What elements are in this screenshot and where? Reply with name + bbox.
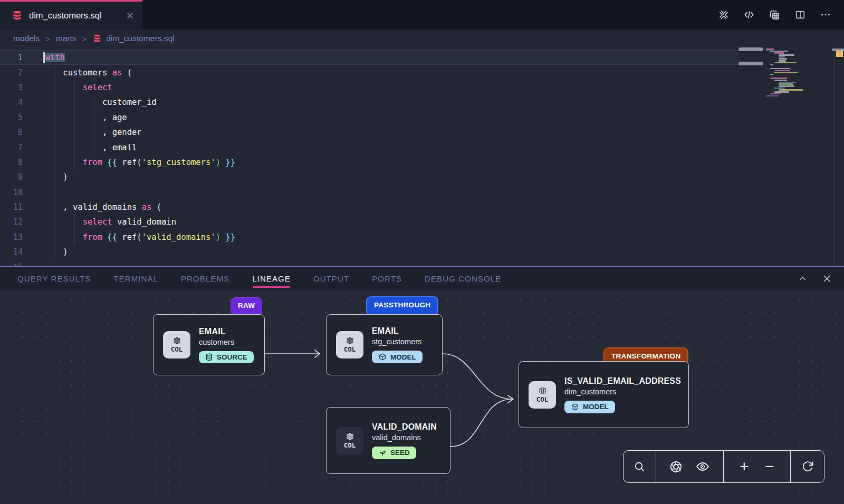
minimap-code — [766, 49, 817, 97]
lineage-node-dim-customers[interactable]: COL IS_VALID_EMAIL_ADDRESS dim_customers… — [519, 361, 689, 428]
line-number: 9 — [0, 172, 34, 182]
minimap-line — [774, 91, 789, 93]
node-type-badge: MODEL — [564, 401, 615, 413]
indent-guide — [94, 95, 94, 155]
breadcrumb-separator: > — [45, 34, 50, 43]
minimap-line — [774, 80, 787, 81]
copy-table-icon[interactable] — [769, 9, 781, 21]
tab-close-icon[interactable] — [126, 12, 134, 20]
column-lineage-icon: COL — [336, 331, 363, 358]
code-editor[interactable]: 1with2 customers as (3 select4 customer_… — [0, 47, 844, 266]
editor-actions — [718, 0, 844, 30]
code-line[interactable]: 5 , age — [0, 110, 738, 125]
code-text: select — [34, 83, 112, 92]
lineage-node-stg-customers[interactable]: COL EMAIL stg_customers MODEL — [326, 314, 443, 375]
minimap-line — [779, 89, 803, 91]
dbt-pinwheel-icon[interactable] — [718, 9, 730, 21]
code-text: ) — [34, 247, 68, 257]
code-line[interactable]: 7 , email — [0, 140, 738, 154]
breadcrumb-marts[interactable]: marts — [56, 34, 76, 43]
plus-icon[interactable]: + — [740, 459, 749, 474]
node-title: EMAIL — [372, 326, 423, 336]
line-number: 12 — [0, 217, 34, 227]
tag-raw: RAW — [231, 297, 262, 316]
split-editor-icon[interactable] — [794, 9, 806, 21]
aperture-icon[interactable] — [669, 460, 683, 473]
line-number: 7 — [0, 143, 34, 152]
minimap-line — [779, 54, 794, 56]
tab-problems[interactable]: PROBLEMS — [181, 267, 229, 290]
panel-actions — [798, 274, 844, 284]
code-line[interactable]: 1with — [0, 50, 738, 65]
seedling-icon — [378, 449, 387, 457]
code-line[interactable]: 13 from {{ ref('valid_domains') }} — [0, 230, 738, 245]
breadcrumb-file[interactable]: dim_customers.sql — [92, 34, 174, 43]
lineage-node-customers[interactable]: COL EMAIL customers SOURCE — [153, 314, 265, 375]
more-icon[interactable] — [820, 9, 831, 21]
refresh-icon[interactable] — [801, 460, 814, 473]
minimap-line — [774, 52, 784, 54]
node-subtitle: dim_customers — [564, 387, 681, 396]
lineage-node-valid-domains[interactable]: COL VALID_DOMAIN valid_domains SEED — [326, 407, 450, 474]
code-line[interactable]: 12 select valid_domain — [0, 215, 738, 229]
eye-icon[interactable] — [696, 460, 709, 473]
code-line[interactable]: 15 — [0, 259, 738, 266]
tab-lineage[interactable]: LINEAGE — [252, 267, 291, 290]
minimap-line — [774, 88, 785, 89]
close-icon[interactable] — [822, 274, 832, 284]
column-lineage-icon: COL — [336, 427, 363, 454]
tab-bar: dim_customers.sql — [0, 0, 844, 30]
code-line[interactable]: 9 ) — [0, 170, 738, 185]
minimap-decoration — [738, 47, 763, 51]
lineage-toolbar: + − — [623, 450, 824, 483]
minimap-line — [779, 60, 786, 62]
tab-output[interactable]: OUTPUT — [313, 267, 349, 290]
tab-label: dim_customers.sql — [29, 11, 102, 21]
ide-window: dim_customers.sql — [0, 0, 844, 504]
tab-ports[interactable]: PORTS — [372, 267, 402, 290]
code-line[interactable]: 3 select — [0, 80, 738, 95]
code-text: , age — [34, 113, 127, 122]
scrollbar[interactable] — [835, 47, 844, 266]
minimap-line — [774, 62, 797, 64]
line-number: 8 — [0, 158, 34, 167]
code-line[interactable]: 10 — [0, 185, 738, 200]
code-text: from {{ ref('valid_domains') }} — [34, 232, 235, 242]
code-line[interactable]: 6 , gender — [0, 125, 738, 140]
minimap-line — [770, 68, 790, 70]
minimap-line — [779, 56, 785, 58]
cube-icon — [378, 353, 387, 361]
code-text: customer_id — [34, 98, 157, 107]
breadcrumb-models[interactable]: models — [13, 34, 40, 43]
code-line[interactable]: 4 customer_id — [0, 95, 738, 110]
tab-debug-console[interactable]: DEBUG CONSOLE — [425, 267, 501, 290]
breadcrumb-file-label: dim_customers.sql — [106, 34, 174, 43]
line-number: 15 — [0, 263, 34, 266]
node-type-badge: MODEL — [372, 351, 423, 363]
tab-terminal[interactable]: TERMINAL — [113, 267, 158, 290]
minimap-line — [770, 64, 773, 66]
tab-query-results[interactable]: QUERY RESULTS — [17, 267, 91, 290]
code-text: , valid_domains as ( — [34, 202, 161, 212]
code-icon[interactable] — [743, 9, 755, 21]
code-line[interactable]: 2 customers as ( — [0, 65, 738, 80]
code-line[interactable]: 8 from {{ ref('stg_customers') }} — [0, 155, 738, 170]
line-number: 13 — [0, 232, 34, 242]
indent-guide — [74, 80, 75, 170]
minimap[interactable] — [738, 47, 835, 266]
minimap-line — [770, 93, 781, 95]
search-icon[interactable] — [633, 460, 646, 473]
minimap-decoration — [738, 62, 763, 65]
code-line[interactable]: 14 ) — [0, 245, 738, 259]
minus-icon[interactable]: − — [765, 459, 774, 474]
line-number: 14 — [0, 247, 34, 257]
breadcrumb: models > marts > dim_customers.sql — [0, 30, 844, 47]
indent-guide — [74, 215, 75, 245]
tab-dim-customers-sql[interactable]: dim_customers.sql — [0, 0, 142, 30]
code-text: customers as ( — [34, 68, 132, 77]
lineage-canvas[interactable]: RAW PASSTHROUGH TRANSFORMATION COL EMAIL… — [0, 290, 844, 504]
code-line[interactable]: 11 , valid_domains as ( — [0, 200, 738, 215]
line-number: 2 — [0, 68, 34, 77]
overview-warning-marker — [836, 51, 843, 57]
chevron-up-icon[interactable] — [798, 274, 808, 284]
